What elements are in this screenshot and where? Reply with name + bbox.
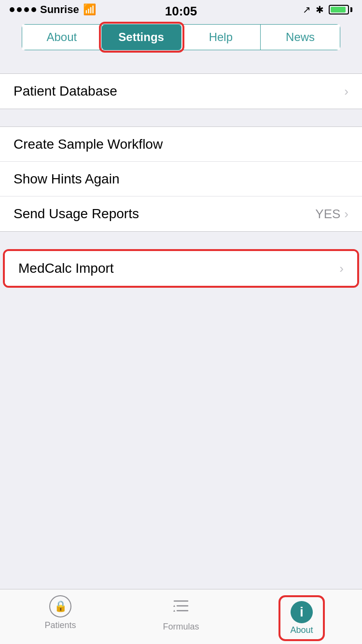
carrier-name: Sunrise xyxy=(40,3,79,16)
segmented-control: About Settings Help News xyxy=(22,24,340,50)
status-time: 10:05 xyxy=(165,4,197,19)
wifi-icon: 📶 xyxy=(83,3,96,16)
segmented-control-wrap: About Settings Help News xyxy=(0,19,362,56)
status-right: ↗ ✱ xyxy=(303,4,352,15)
tab-settings[interactable]: Settings xyxy=(102,25,181,50)
lock-icon: 🔒 xyxy=(49,595,71,617)
patient-database-chevron: › xyxy=(344,84,348,99)
send-usage-reports-value: YES xyxy=(315,207,340,222)
dot2 xyxy=(17,7,22,12)
location-icon: ↗ xyxy=(303,4,311,15)
send-usage-reports-label: Send Usage Reports xyxy=(14,206,139,222)
tab-news[interactable]: News xyxy=(261,25,340,50)
send-usage-reports-row[interactable]: Send Usage Reports YES › xyxy=(0,196,362,231)
content-spacer xyxy=(0,288,362,495)
create-sample-workflow-label: Create Sample Workflow xyxy=(14,137,163,152)
dot3 xyxy=(24,7,29,12)
tab-bar-formulas[interactable]: Formulas xyxy=(121,595,241,632)
tab-bar: 🔒 Patients Formulas i About xyxy=(0,589,362,644)
status-bar: Sunrise 📶 10:05 ↗ ✱ xyxy=(0,0,362,19)
medcalc-import-chevron: › xyxy=(339,261,344,276)
battery-fill xyxy=(331,7,346,13)
tab-help[interactable]: Help xyxy=(181,25,261,50)
tab-about[interactable]: About xyxy=(22,25,102,50)
medcalc-import-row[interactable]: MedCalc Import › xyxy=(5,251,357,286)
stars-icon xyxy=(170,595,192,619)
send-usage-reports-chevron: › xyxy=(344,207,348,222)
dot4 xyxy=(31,7,36,12)
section-gap-3 xyxy=(0,232,362,249)
battery-body xyxy=(329,5,349,14)
show-hints-label: Show Hints Again xyxy=(14,171,119,187)
create-sample-workflow-row[interactable]: Create Sample Workflow xyxy=(0,127,362,162)
tab-bar-patients-label: Patients xyxy=(44,620,76,630)
section-gap-2 xyxy=(0,109,362,126)
medcalc-import-right: › xyxy=(339,261,344,276)
patient-database-right: › xyxy=(344,84,348,99)
medcalc-outlined: MedCalc Import › xyxy=(3,249,359,288)
section-gap-1 xyxy=(0,56,362,73)
info-icon: i xyxy=(291,601,313,623)
tab-bar-patients[interactable]: 🔒 Patients xyxy=(0,595,121,630)
bluetooth-icon: ✱ xyxy=(316,4,324,15)
tab-bar-about-label: About xyxy=(290,625,313,635)
dot1 xyxy=(10,7,14,12)
status-left: Sunrise 📶 xyxy=(10,3,96,16)
patient-database-section: Patient Database › xyxy=(0,73,362,109)
svg-marker-1 xyxy=(173,605,175,607)
battery xyxy=(329,5,352,14)
medcalc-section-wrap: MedCalc Import › xyxy=(0,249,362,288)
medcalc-import-label: MedCalc Import xyxy=(18,261,114,276)
patient-database-row[interactable]: Patient Database › xyxy=(0,74,362,109)
tab-bar-formulas-label: Formulas xyxy=(163,622,199,632)
show-hints-row[interactable]: Show Hints Again xyxy=(0,162,362,196)
signal-dots xyxy=(10,7,36,12)
group2-section: Create Sample Workflow Show Hints Again … xyxy=(0,126,362,232)
patient-database-label: Patient Database xyxy=(14,84,117,99)
tab-bar-about[interactable]: i About xyxy=(241,595,362,641)
svg-marker-3 xyxy=(173,610,175,612)
send-usage-reports-right: YES › xyxy=(315,207,348,222)
battery-tip xyxy=(350,7,352,12)
